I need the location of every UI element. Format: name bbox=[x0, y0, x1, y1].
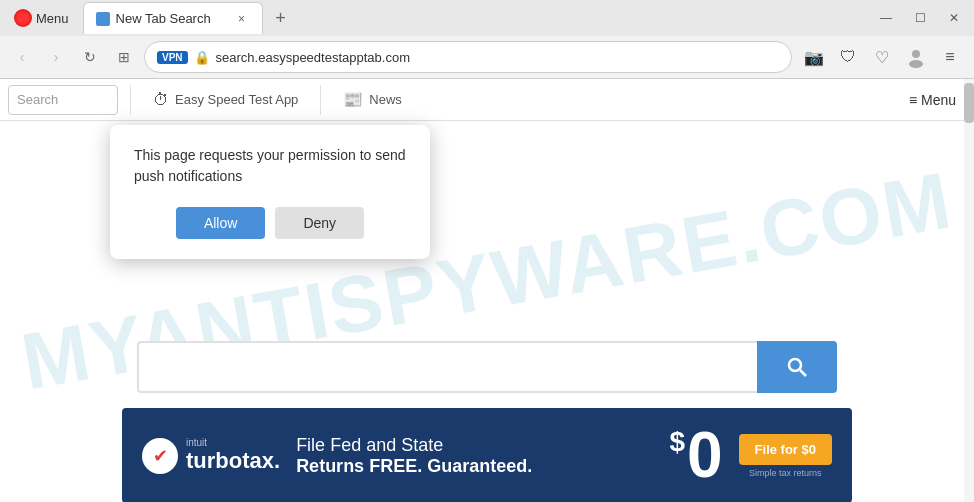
notification-popup: This page requests your permission to se… bbox=[110, 125, 430, 259]
new-tab-button[interactable]: + bbox=[267, 4, 295, 32]
url-bar[interactable]: VPN 🔒 search.easyspeedtestapptab.com bbox=[144, 41, 792, 73]
avatar-icon-button[interactable] bbox=[900, 41, 932, 73]
ad-price: $ 0 bbox=[669, 428, 722, 482]
nav-news-label: News bbox=[369, 92, 402, 107]
heart-icon-button[interactable]: ♡ bbox=[866, 41, 898, 73]
scrollbar-track[interactable] bbox=[964, 79, 974, 502]
vpn-badge: VPN bbox=[157, 51, 188, 64]
nav-link-speedtest[interactable]: ⏱ Easy Speed Test App bbox=[143, 91, 308, 109]
turbotax-logo: ✔ intuit turbotax. bbox=[142, 437, 280, 474]
page-search-box[interactable]: Search bbox=[8, 85, 118, 115]
nav-menu-button[interactable]: ≡ Menu bbox=[909, 92, 956, 108]
forward-button[interactable]: › bbox=[42, 43, 70, 71]
ad-text-line1: File Fed and State bbox=[296, 435, 443, 455]
page-search-placeholder: Search bbox=[17, 92, 58, 107]
popup-buttons: Allow Deny bbox=[134, 207, 406, 239]
ad-zero: 0 bbox=[687, 428, 723, 482]
ad-cta-button[interactable]: File for $0 bbox=[739, 434, 832, 465]
active-tab[interactable]: New Tab Search × bbox=[83, 2, 263, 34]
ad-cta-sub: Simple tax returns bbox=[739, 468, 832, 478]
camera-icon-button[interactable]: 📷 bbox=[798, 41, 830, 73]
tab-overview-button[interactable]: ⊞ bbox=[110, 43, 138, 71]
minimize-button[interactable]: — bbox=[870, 4, 902, 32]
address-bar: ‹ › ↻ ⊞ VPN 🔒 search.easyspeedtestapptab… bbox=[0, 36, 974, 78]
main-search-input[interactable] bbox=[137, 341, 757, 393]
maximize-button[interactable]: ☐ bbox=[904, 4, 936, 32]
back-button[interactable]: ‹ bbox=[8, 43, 36, 71]
menu-label: Menu bbox=[36, 11, 69, 26]
ad-dollar-sign: $ bbox=[669, 428, 685, 456]
svg-point-2 bbox=[789, 359, 801, 371]
page-content: Search ⏱ Easy Speed Test App 📰 News ≡ Me… bbox=[0, 79, 974, 502]
allow-button[interactable]: Allow bbox=[176, 207, 265, 239]
settings-icon-button[interactable]: ≡ bbox=[934, 41, 966, 73]
intuit-label: intuit bbox=[186, 437, 280, 448]
refresh-button[interactable]: ↻ bbox=[76, 43, 104, 71]
nav-divider-2 bbox=[320, 85, 321, 115]
nav-divider bbox=[130, 85, 131, 115]
tab-title: New Tab Search bbox=[116, 11, 211, 26]
nav-menu-label: ≡ Menu bbox=[909, 92, 956, 108]
main-search-button[interactable] bbox=[757, 341, 837, 393]
main-search-area bbox=[137, 341, 837, 393]
deny-button[interactable]: Deny bbox=[275, 207, 364, 239]
tab-bar: Menu New Tab Search × + — ☐ ✕ bbox=[0, 0, 974, 36]
opera-menu-button[interactable]: Menu bbox=[4, 5, 79, 31]
page-nav: Search ⏱ Easy Speed Test App 📰 News ≡ Me… bbox=[0, 79, 974, 121]
nav-speedtest-label: Easy Speed Test App bbox=[175, 92, 298, 107]
window-controls: — ☐ ✕ bbox=[870, 4, 970, 32]
tab-favicon-icon bbox=[96, 12, 110, 26]
turbotax-check-icon: ✔ bbox=[142, 438, 178, 474]
tab-close-button[interactable]: × bbox=[234, 11, 250, 27]
scrollbar-thumb[interactable] bbox=[964, 83, 974, 123]
url-text: search.easyspeedtestapptab.com bbox=[216, 50, 779, 65]
toolbar-icons: 📷 🛡 ♡ ≡ bbox=[798, 41, 966, 73]
ad-cta-area: File for $0 Simple tax returns bbox=[739, 434, 832, 478]
ad-banner: ✔ intuit turbotax. File Fed and State Re… bbox=[122, 408, 852, 502]
svg-point-0 bbox=[912, 50, 920, 58]
popup-message: This page requests your permission to se… bbox=[134, 145, 406, 187]
nav-link-news[interactable]: 📰 News bbox=[333, 90, 412, 109]
ssl-icon: 🔒 bbox=[194, 50, 210, 65]
ad-text-line2: Returns FREE. Guaranteed. bbox=[296, 456, 532, 476]
svg-point-1 bbox=[909, 60, 923, 68]
shield-icon-button[interactable]: 🛡 bbox=[832, 41, 864, 73]
close-button[interactable]: ✕ bbox=[938, 4, 970, 32]
turbotax-brand: turbotax. bbox=[186, 448, 280, 473]
svg-line-3 bbox=[800, 370, 806, 376]
ad-text: File Fed and State Returns FREE. Guarant… bbox=[296, 435, 653, 477]
opera-logo-icon bbox=[14, 9, 32, 27]
